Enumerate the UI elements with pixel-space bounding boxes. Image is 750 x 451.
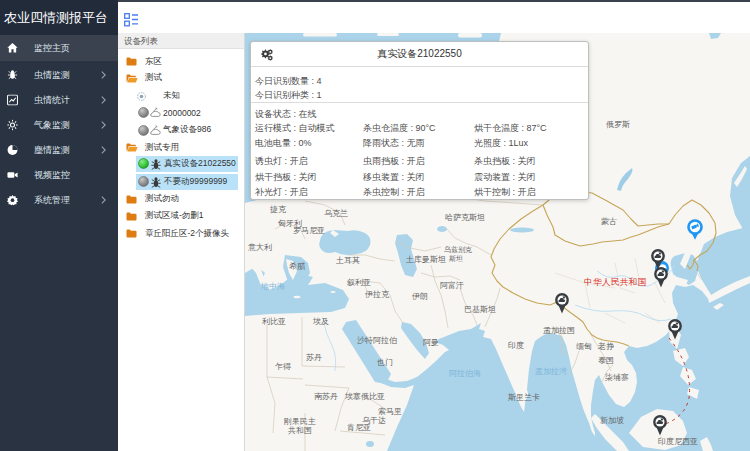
svg-text:罗马尼亚: 罗马尼亚 — [293, 226, 325, 235]
svg-text:刚果民主: 刚果民主 — [284, 417, 316, 426]
svg-text:阿富汗: 阿富汗 — [440, 281, 464, 290]
svg-text:埃及: 埃及 — [312, 317, 329, 326]
svg-text:蒙古: 蒙古 — [601, 217, 617, 226]
svg-text:索马里: 索马里 — [378, 407, 402, 416]
svg-text:土耳其: 土耳其 — [335, 256, 360, 265]
svg-text:印度尼西亚: 印度尼西亚 — [658, 437, 698, 446]
svg-text:南苏丹: 南苏丹 — [314, 392, 338, 401]
svg-text:苏丹: 苏丹 — [306, 353, 322, 362]
svg-text:乌克兰: 乌克兰 — [324, 209, 348, 218]
svg-text:老挣: 老挣 — [597, 342, 614, 351]
svg-text:中华人民共和国: 中华人民共和国 — [584, 277, 646, 287]
svg-text:泰国: 泰国 — [598, 356, 614, 365]
svg-text:印度: 印度 — [508, 341, 524, 350]
svg-text:捷克: 捷克 — [270, 205, 287, 214]
svg-text:利比亚: 利比亚 — [262, 317, 286, 326]
svg-text:埃塞俄比亚: 埃塞俄比亚 — [344, 392, 385, 401]
svg-text:新加坡: 新加坡 — [600, 416, 624, 425]
svg-text:伊拉克: 伊拉克 — [365, 290, 390, 299]
svg-text:乍得: 乍得 — [275, 362, 291, 371]
svg-text:沙特阿拉伯: 沙特阿拉伯 — [357, 336, 397, 345]
svg-text:土库曼斯坦: 土库曼斯坦 — [405, 255, 446, 264]
svg-text:肯尼亚: 肯尼亚 — [347, 423, 371, 432]
svg-text:哈萨克斯坦: 哈萨克斯坦 — [445, 213, 485, 222]
svg-text:叙利亚: 叙利亚 — [347, 278, 371, 287]
svg-text:希腊: 希腊 — [289, 262, 305, 271]
svg-text:巴基斯坦: 巴基斯坦 — [464, 305, 496, 314]
svg-text:斯坦: 斯坦 — [449, 255, 463, 262]
svg-text:俄罗斯: 俄罗斯 — [606, 120, 630, 129]
svg-text:阿拉伯海: 阿拉伯海 — [449, 369, 481, 378]
svg-text:缅甸: 缅甸 — [576, 342, 592, 351]
svg-text:共和国: 共和国 — [288, 426, 312, 435]
svg-text:意大利: 意大利 — [247, 243, 272, 252]
svg-text:也门: 也门 — [377, 358, 393, 367]
svg-text:乌兹别克: 乌兹别克 — [444, 246, 472, 254]
svg-text:伊朗: 伊朗 — [412, 292, 428, 301]
svg-text:阿曼: 阿曼 — [423, 338, 439, 347]
svg-text:地中海: 地中海 — [260, 282, 285, 291]
svg-text:柒埔寨: 柒埔寨 — [605, 373, 629, 382]
svg-text:孟加拉国: 孟加拉国 — [543, 326, 575, 335]
svg-text:斯里兰卡: 斯里兰卡 — [508, 393, 540, 402]
svg-text:孟加拉湾: 孟加拉湾 — [535, 367, 567, 376]
